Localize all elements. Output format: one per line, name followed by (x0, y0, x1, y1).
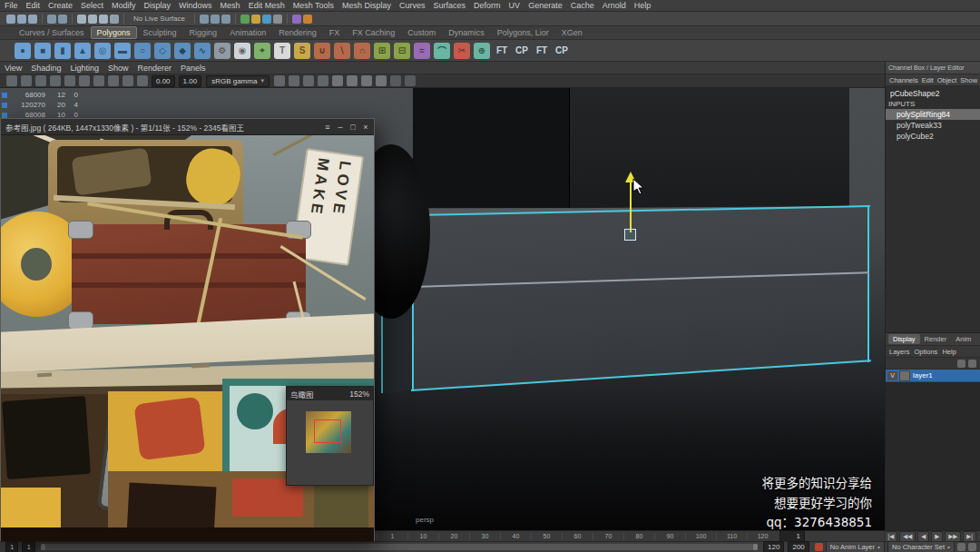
layer-editor-menu-item[interactable]: Layers (889, 348, 910, 356)
camera-attributes-icon[interactable] (35, 75, 46, 86)
range-field[interactable]: 1 (22, 541, 34, 552)
shelf-tab[interactable]: Dynamics (442, 26, 491, 39)
poly-helix-icon[interactable]: ∿ (194, 43, 211, 59)
time-tick-label[interactable]: 50 (531, 533, 562, 539)
range-slider-handle-right[interactable] (753, 544, 758, 550)
boolean-difference-icon[interactable]: ∖ (334, 43, 350, 59)
menu-item[interactable]: Windows (179, 1, 212, 10)
window-control-button[interactable]: □ (347, 123, 359, 132)
menu-item[interactable]: Create (48, 1, 73, 10)
menu-item[interactable]: Surfaces (434, 1, 466, 10)
auto-keyframe-icon[interactable] (957, 543, 965, 551)
boolean-intersection-icon[interactable]: ∩ (354, 43, 370, 59)
shelf-tab[interactable]: Sculpting (137, 26, 183, 39)
layer-name[interactable]: layer1 (913, 371, 933, 380)
time-tick-label[interactable]: 110 (716, 533, 747, 539)
select-hierarchy-icon[interactable] (77, 15, 86, 24)
shelf-tab[interactable]: Custom (401, 26, 442, 39)
channel-box-menu-item[interactable]: Edit (922, 76, 934, 84)
render-icon[interactable] (251, 15, 260, 24)
window-control-button[interactable]: ≡ (321, 123, 334, 132)
time-ticks[interactable]: 1102030405060708090100110120 (377, 533, 778, 539)
file-open-icon[interactable] (17, 15, 26, 24)
menu-item[interactable]: Edit (26, 1, 41, 10)
window-control-button[interactable]: × (359, 123, 372, 132)
two-d-pan-zoom-icon[interactable] (79, 75, 90, 86)
playback-button[interactable]: |◀ (885, 531, 898, 542)
select-component-icon[interactable] (99, 15, 108, 24)
soccer-ball-icon[interactable]: ◉ (234, 43, 250, 59)
menu-item[interactable]: File (5, 1, 18, 10)
channel-box-title[interactable]: Channel Box / Layer Editor (886, 62, 980, 74)
safe-action-icon[interactable] (303, 75, 314, 86)
poly-disc-icon[interactable]: ○ (134, 43, 151, 59)
motion-blur-icon[interactable] (376, 75, 387, 86)
ft-icon-2[interactable]: FT (534, 43, 550, 59)
poly-box-upper-front-face[interactable] (413, 88, 570, 208)
type-tool-icon[interactable]: T (274, 43, 290, 59)
menu-item[interactable]: Curves (399, 1, 426, 10)
anim-layer-button[interactable]: No Anim Layer ▾ (826, 541, 885, 552)
range-field[interactable]: 120 (763, 541, 784, 552)
set-key-icon[interactable] (815, 543, 823, 551)
time-tick-label[interactable]: 80 (623, 533, 654, 539)
poly-box-upper-side-face[interactable] (570, 88, 849, 213)
highlight-select-icon[interactable] (110, 15, 119, 24)
layer-row[interactable]: V layer1 (886, 370, 980, 382)
panel-menu-item[interactable]: View (5, 64, 22, 73)
gear-icon[interactable]: ⚙ (214, 43, 230, 59)
shelf-tab[interactable]: Curves / Surfaces (13, 26, 91, 39)
layer-color-swatch[interactable] (899, 370, 910, 381)
construction-history-icon[interactable] (240, 15, 250, 24)
time-tick-label[interactable]: 1 (377, 533, 407, 539)
panel-menu-item[interactable]: Show (108, 64, 129, 73)
time-tick-label[interactable]: 30 (469, 533, 500, 539)
time-tick-label[interactable]: 100 (685, 533, 716, 539)
channel-input-node[interactable]: polyTweak33 (886, 120, 980, 131)
cp-icon[interactable]: CP (514, 43, 530, 59)
channel-input-node[interactable]: polySplitRing84 (886, 109, 980, 120)
animation-preferences-icon[interactable] (968, 543, 976, 551)
character-set-button[interactable]: No Character Set ▾ (887, 541, 955, 552)
visibility-toggle-icon[interactable] (957, 360, 965, 368)
lighting-icon[interactable] (332, 75, 343, 86)
undo-icon[interactable] (47, 15, 56, 24)
channel-box-menu-item[interactable]: Object (937, 76, 957, 84)
birdseye-panel[interactable]: 鸟瞰图 152% (286, 386, 374, 486)
window-control-button[interactable]: – (334, 123, 347, 132)
ipr-render-icon[interactable] (262, 15, 271, 24)
select-object-icon[interactable] (88, 15, 97, 24)
xray-icon[interactable] (405, 75, 416, 86)
field-chart-icon[interactable] (289, 75, 299, 86)
menu-item[interactable]: Mesh Tools (293, 1, 334, 10)
grid-icon[interactable] (108, 75, 119, 86)
image-viewer-titlebar[interactable]: 参考图.jpg ( 264KB, 1447x1330像素 ) - 第1/11张 … (1, 119, 374, 135)
smooth-icon[interactable]: ≈ (414, 43, 430, 59)
time-tick-label[interactable]: 90 (654, 533, 685, 539)
file-save-icon[interactable] (28, 15, 37, 24)
cp-icon-2[interactable]: CP (554, 43, 570, 59)
layer-visibility-cell[interactable]: V (887, 371, 897, 380)
channel-box-menu-item[interactable]: Channels (889, 76, 918, 84)
birdseye-thumbnail[interactable] (306, 411, 351, 453)
manipulator-y-axis[interactable] (630, 182, 632, 232)
shelf-tab[interactable]: Rendering (272, 26, 323, 39)
select-camera-icon[interactable] (6, 75, 17, 86)
layer-editor-menu-item[interactable]: Help (942, 348, 956, 356)
time-tick-label[interactable]: 40 (500, 533, 531, 539)
menu-item[interactable]: Mesh Display (342, 1, 391, 10)
poly-cone-icon[interactable]: ▲ (74, 43, 91, 59)
svg-tool-icon[interactable]: S (294, 43, 310, 59)
snap-curve-icon[interactable] (211, 15, 220, 24)
range-slider-handle-left[interactable] (41, 544, 45, 550)
film-gate-icon[interactable] (122, 75, 133, 86)
playback-button[interactable]: ◀ (917, 531, 929, 542)
birdseye-view-rect[interactable] (314, 419, 341, 443)
separate-icon[interactable]: ⊟ (394, 43, 410, 59)
gamma-field[interactable]: 1.00 (179, 75, 202, 87)
time-tick-label[interactable]: 60 (562, 533, 593, 539)
shelf-tab[interactable]: Polygons, Lior (491, 26, 555, 39)
menu-item[interactable]: Arnold (603, 1, 626, 10)
playback-button[interactable]: ▶ (931, 531, 943, 542)
boolean-union-icon[interactable]: ∪ (314, 43, 330, 59)
